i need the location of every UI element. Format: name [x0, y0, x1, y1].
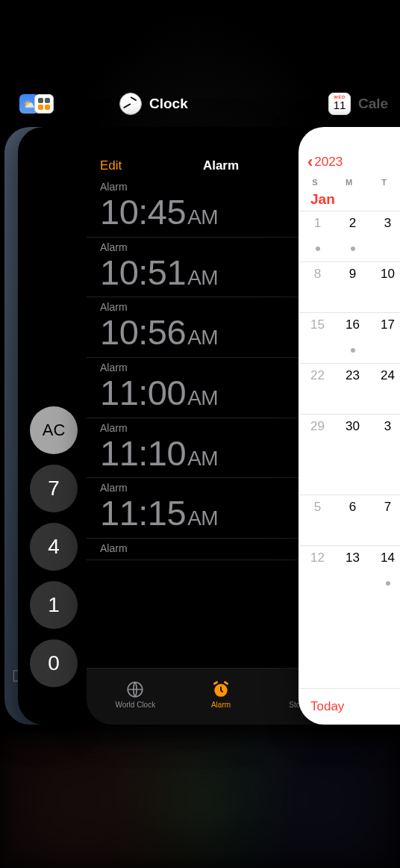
- calendar-app-label: Cale: [358, 96, 388, 112]
- calendar-day[interactable]: 16: [335, 312, 370, 363]
- calendar-day[interactable]: 8: [300, 261, 335, 312]
- calendar-day[interactable]: 24: [370, 363, 400, 414]
- calc-button-4-label: 4: [48, 535, 60, 559]
- app-card-calendar[interactable]: ‹ 2023 S M T Jan 12389101516172223242930…: [299, 127, 400, 725]
- calc-button-1[interactable]: 1: [30, 581, 78, 629]
- calendar-day[interactable]: 13: [335, 545, 370, 596]
- edit-button[interactable]: Edit: [100, 158, 122, 173]
- calc-button-7-label: 7: [48, 477, 60, 500]
- chevron-left-icon: ‹: [307, 154, 313, 170]
- today-label: Today: [310, 699, 344, 713]
- tab-world-clock-label: World Clock: [115, 701, 155, 709]
- app-switcher-header-calendar: WED 11 Cale: [328, 93, 388, 115]
- clock-title: Alarm: [203, 158, 239, 173]
- event-dot-icon: [351, 247, 355, 251]
- calc-button-0-label: 0: [48, 651, 60, 675]
- clock-app-label: Clock: [149, 96, 188, 112]
- calc-button-1-label: 1: [48, 593, 60, 617]
- tab-world-clock[interactable]: World Clock: [105, 680, 165, 709]
- calendar-grid-jan: 123891015161722232429303: [300, 211, 400, 465]
- calendar-day[interactable]: 7: [370, 495, 400, 545]
- app-switcher-header-clock: Clock: [119, 93, 188, 115]
- calc-button-ac-label: AC: [43, 421, 66, 440]
- calendar-day[interactable]: 29: [300, 414, 335, 465]
- calendar-icon: WED 11: [328, 93, 351, 115]
- calculator-icon: [34, 94, 54, 114]
- calendar-day[interactable]: 12: [300, 545, 335, 596]
- tab-alarm-label: Alarm: [211, 701, 231, 709]
- calc-button-ac[interactable]: AC: [30, 406, 78, 454]
- dow-mon: M: [331, 178, 366, 187]
- event-dot-icon: [316, 247, 320, 251]
- calendar-day[interactable]: 23: [335, 363, 370, 414]
- dow-tue: T: [366, 178, 400, 187]
- calendar-grid-feb: 567121314: [300, 495, 400, 596]
- calendar-icon-day: 11: [334, 99, 346, 111]
- dock-background: [0, 734, 400, 868]
- calendar-day[interactable]: 15: [300, 312, 335, 363]
- calendar-day[interactable]: 2: [335, 211, 370, 261]
- app-switcher-header-calculator: ⛅: [19, 94, 54, 114]
- month-label-jan: Jan: [301, 190, 400, 211]
- calc-button-0[interactable]: 0: [30, 639, 78, 687]
- calendar-day[interactable]: 9: [335, 261, 370, 312]
- calendar-back-button[interactable]: ‹ 2023: [299, 127, 400, 173]
- weather-calc-icon-stack: ⛅: [19, 94, 54, 114]
- calendar-day[interactable]: 6: [335, 495, 370, 545]
- calendar-body[interactable]: Jan 123891015161722232429303 567121314: [299, 190, 400, 688]
- calc-button-4[interactable]: 4: [30, 523, 78, 571]
- calendar-day[interactable]: 30: [335, 414, 370, 465]
- alarm-icon: [211, 680, 231, 699]
- calc-button-7[interactable]: 7: [30, 465, 78, 512]
- calendar-day[interactable]: 17: [370, 312, 400, 363]
- calendar-back-label: 2023: [314, 155, 343, 170]
- dow-sun: S: [299, 178, 331, 187]
- calendar-day[interactable]: 1: [300, 211, 335, 261]
- calendar-day[interactable]: 22: [300, 363, 335, 414]
- clock-icon: [119, 93, 142, 115]
- calendar-day[interactable]: 5: [300, 495, 335, 545]
- event-dot-icon: [351, 348, 355, 353]
- calendar-dow-header: S M T: [299, 173, 400, 190]
- today-button[interactable]: Today: [299, 688, 400, 725]
- calendar-day[interactable]: 14: [370, 545, 400, 596]
- calendar-day[interactable]: 3: [370, 211, 400, 261]
- globe-icon: [125, 680, 145, 699]
- event-dot-icon: [386, 581, 390, 586]
- tab-alarm[interactable]: Alarm: [191, 680, 251, 709]
- calendar-day[interactable]: 3: [370, 414, 400, 465]
- calendar-day[interactable]: 10: [370, 261, 400, 312]
